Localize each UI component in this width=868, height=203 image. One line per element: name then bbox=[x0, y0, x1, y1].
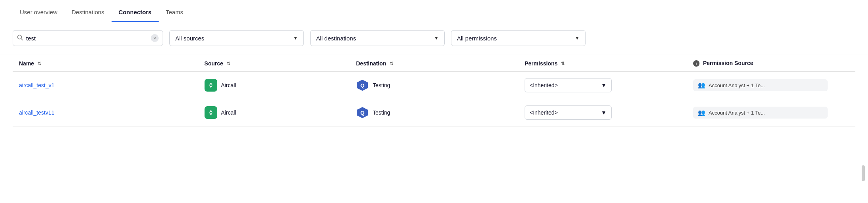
sources-dropdown[interactable]: All sources ▼ bbox=[169, 30, 304, 46]
connector-link-2[interactable]: aircall_testv11 bbox=[19, 109, 55, 116]
aircall-source-icon-2 bbox=[205, 106, 217, 119]
col-header-permission-source: i Permission Source bbox=[687, 54, 855, 72]
cell-name-1: aircall_test_v1 bbox=[13, 72, 198, 99]
col-header-permissions[interactable]: Permissions ⇅ bbox=[518, 54, 687, 72]
search-icon bbox=[17, 34, 23, 42]
tabs-bar: User overview Destinations Connectors Te… bbox=[0, 0, 868, 22]
testing-dest-icon-2: Q bbox=[356, 106, 369, 119]
tab-destinations[interactable]: Destinations bbox=[64, 9, 112, 22]
connectors-table: Name ⇅ Source ⇅ Destination ⇅ Permission… bbox=[0, 54, 868, 126]
chevron-down-icon: ▼ bbox=[601, 82, 606, 88]
chevron-down-icon: ▼ bbox=[601, 109, 606, 116]
cell-destination-1: Q Testing bbox=[350, 72, 518, 99]
table-row: aircall_test_v1 Aircall bbox=[13, 72, 855, 99]
team-icon-1: 👥 bbox=[698, 82, 705, 89]
cell-name-2: aircall_testv11 bbox=[13, 99, 198, 126]
col-header-destination[interactable]: Destination ⇅ bbox=[350, 54, 518, 72]
destinations-dropdown[interactable]: All destinations ▼ bbox=[310, 30, 445, 46]
chevron-down-icon: ▼ bbox=[575, 35, 580, 41]
cell-permission-source-2: 👥 Account Analyst + 1 Te... bbox=[687, 99, 855, 126]
clear-search-button[interactable]: × bbox=[151, 34, 159, 42]
sort-icon-source: ⇅ bbox=[227, 61, 230, 66]
sort-icon-name: ⇅ bbox=[38, 61, 41, 66]
permission-source-badge-1: 👥 Account Analyst + 1 Te... bbox=[693, 79, 828, 91]
tab-connectors[interactable]: Connectors bbox=[112, 9, 159, 22]
cell-destination-2: Q Testing bbox=[350, 99, 518, 126]
svg-text:Q: Q bbox=[360, 82, 364, 88]
col-header-source[interactable]: Source ⇅ bbox=[198, 54, 350, 72]
cell-source-1: Aircall bbox=[198, 72, 350, 99]
cell-permission-1: <Inherited> ▼ bbox=[518, 72, 687, 99]
tab-teams[interactable]: Teams bbox=[159, 9, 190, 22]
svg-point-2 bbox=[210, 84, 212, 86]
permission-dropdown-1[interactable]: <Inherited> ▼ bbox=[525, 78, 612, 92]
cell-source-2: Aircall bbox=[198, 99, 350, 126]
testing-dest-icon-1: Q bbox=[356, 79, 369, 92]
filter-bar: × All sources ▼ All destinations ▼ All p… bbox=[0, 22, 868, 54]
sort-icon-destination: ⇅ bbox=[390, 61, 393, 66]
cell-permission-2: <Inherited> ▼ bbox=[518, 99, 687, 126]
search-input[interactable] bbox=[26, 35, 148, 42]
chevron-down-icon: ▼ bbox=[293, 35, 298, 41]
cell-permission-source-1: 👥 Account Analyst + 1 Te... bbox=[687, 72, 855, 99]
info-icon: i bbox=[693, 60, 699, 67]
connector-link-1[interactable]: aircall_test_v1 bbox=[19, 82, 55, 88]
svg-text:Q: Q bbox=[360, 110, 364, 116]
svg-point-5 bbox=[210, 112, 212, 114]
col-header-name[interactable]: Name ⇅ bbox=[13, 54, 198, 72]
chevron-down-icon: ▼ bbox=[434, 35, 439, 41]
aircall-source-icon-1 bbox=[205, 79, 217, 92]
svg-line-1 bbox=[21, 39, 23, 40]
team-icon-2: 👥 bbox=[698, 109, 705, 116]
search-box: × bbox=[13, 30, 163, 46]
sort-icon-permissions: ⇅ bbox=[561, 61, 565, 66]
permissions-dropdown[interactable]: All permissions ▼ bbox=[451, 30, 586, 46]
table-row: aircall_testv11 Aircall bbox=[13, 99, 855, 126]
table-header-row: Name ⇅ Source ⇅ Destination ⇅ Permission… bbox=[13, 54, 855, 72]
permission-dropdown-2[interactable]: <Inherited> ▼ bbox=[525, 105, 612, 120]
permission-source-badge-2: 👥 Account Analyst + 1 Te... bbox=[693, 107, 828, 119]
scrollbar[interactable] bbox=[862, 165, 865, 181]
tab-user-overview[interactable]: User overview bbox=[13, 9, 64, 22]
